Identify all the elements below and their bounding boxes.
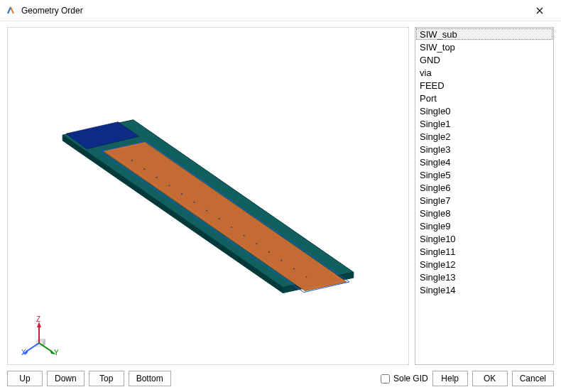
list-item[interactable]: Single13 <box>415 271 553 283</box>
list-item[interactable]: Single9 <box>415 219 553 232</box>
list-item[interactable]: Single3 <box>415 143 553 156</box>
list-item[interactable]: Single11 <box>415 245 553 258</box>
list-item[interactable]: Single14 <box>415 283 553 296</box>
cancel-button[interactable]: Cancel <box>512 371 554 386</box>
svg-point-20 <box>293 268 295 269</box>
svg-point-19 <box>280 260 282 261</box>
app-icon <box>6 5 17 16</box>
top-button[interactable]: Top <box>89 371 124 386</box>
ok-button[interactable]: OK <box>472 371 508 386</box>
axis-triad: Z X Y <box>19 316 60 357</box>
svg-point-8 <box>143 168 145 170</box>
svg-point-21 <box>306 276 307 278</box>
svg-point-12 <box>194 202 195 203</box>
list-item[interactable]: Single2 <box>415 130 553 143</box>
svg-point-7 <box>131 160 133 161</box>
bottom-button[interactable]: Bottom <box>129 371 171 386</box>
list-item[interactable]: Single5 <box>415 168 553 181</box>
svg-point-9 <box>156 177 158 178</box>
svg-point-13 <box>206 210 207 212</box>
list-item[interactable]: Single10 <box>415 232 553 245</box>
list-item[interactable]: Single12 <box>415 258 553 271</box>
list-item[interactable]: Single1 <box>415 117 553 130</box>
list-item[interactable]: SIW_top <box>415 40 553 53</box>
list-item[interactable]: Single8 <box>415 207 553 219</box>
svg-point-10 <box>168 185 170 186</box>
close-button[interactable] <box>525 1 554 21</box>
help-button[interactable]: Help <box>432 371 468 386</box>
svg-point-18 <box>268 251 270 253</box>
list-item[interactable]: Single4 <box>415 156 553 168</box>
axis-label-y: Y <box>54 349 59 356</box>
list-item[interactable]: FEED <box>415 79 553 92</box>
down-button[interactable]: Down <box>47 371 85 386</box>
geometry-viewport[interactable]: Z X Y <box>7 27 409 365</box>
geometry-list[interactable]: SIW_subSIW_topGNDviaFEEDPortSingle0Singl… <box>415 27 554 365</box>
svg-point-15 <box>231 227 232 228</box>
list-item[interactable]: Port <box>415 92 553 104</box>
svg-point-11 <box>181 193 183 195</box>
svg-point-16 <box>244 235 245 236</box>
axis-label-z: Z <box>36 316 40 323</box>
svg-point-14 <box>219 218 220 219</box>
list-item[interactable]: GND <box>415 53 553 66</box>
up-button[interactable]: Up <box>7 371 43 386</box>
sole-gid-checkbox[interactable]: Sole GID <box>381 374 428 383</box>
list-item[interactable]: Single0 <box>415 104 553 117</box>
window-title: Geometry Order <box>21 6 83 16</box>
list-item[interactable]: Single7 <box>415 194 553 207</box>
sole-gid-input[interactable] <box>381 374 390 383</box>
svg-marker-4 <box>103 142 347 291</box>
list-item[interactable]: SIW_sub <box>415 28 553 40</box>
list-item[interactable]: via <box>415 66 553 79</box>
sole-gid-label: Sole GID <box>393 374 428 383</box>
list-item[interactable]: Single6 <box>415 181 553 194</box>
axis-label-x: X <box>21 349 26 356</box>
svg-point-17 <box>256 243 257 244</box>
